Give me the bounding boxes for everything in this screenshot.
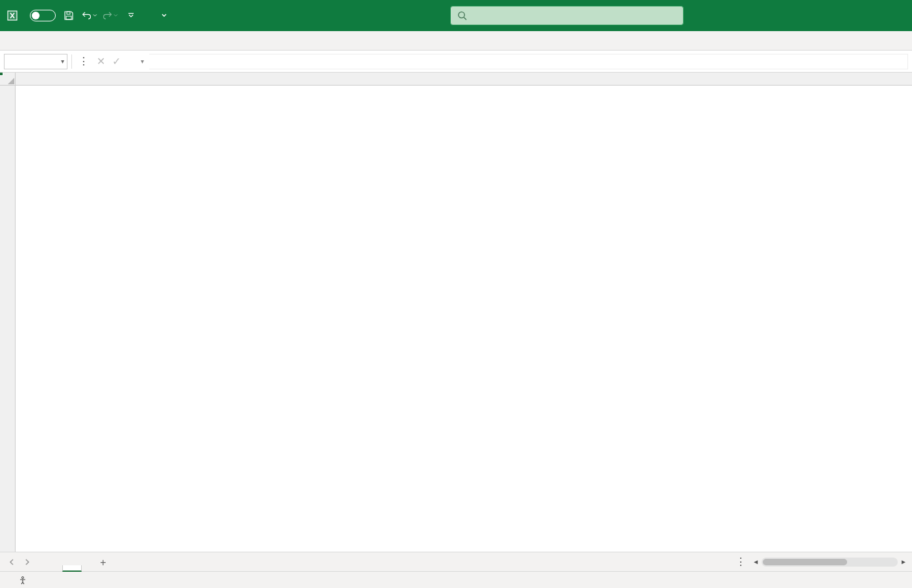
sheet-tab-bar: + ⋮ ◄ ► bbox=[0, 552, 912, 571]
horizontal-scrollbar[interactable]: ◄ ► bbox=[752, 558, 907, 567]
accessibility-status[interactable] bbox=[18, 576, 31, 585]
svg-rect-2 bbox=[67, 12, 70, 14]
formula-bar-options[interactable]: ⋮ bbox=[76, 55, 91, 67]
enter-formula-button: ✓ bbox=[110, 54, 123, 69]
svg-point-7 bbox=[22, 576, 24, 578]
title-bar bbox=[0, 0, 912, 31]
undo-button[interactable] bbox=[82, 8, 97, 23]
qat-customize-button[interactable] bbox=[123, 8, 139, 23]
redo-button[interactable] bbox=[102, 8, 118, 23]
excel-app-icon bbox=[6, 8, 21, 23]
name-box[interactable]: ▾ bbox=[4, 54, 67, 69]
search-input[interactable] bbox=[474, 10, 677, 21]
sheet-tab-inventory[interactable] bbox=[62, 565, 82, 572]
ribbon-tabs bbox=[0, 31, 912, 51]
accessibility-icon bbox=[18, 576, 27, 585]
svg-point-5 bbox=[459, 12, 464, 18]
scroll-thumb[interactable] bbox=[763, 559, 847, 565]
svg-line-6 bbox=[464, 18, 466, 20]
cells-area[interactable] bbox=[16, 86, 912, 552]
cancel-formula-button: ✕ bbox=[94, 54, 107, 69]
insert-function-button[interactable] bbox=[125, 54, 138, 69]
autosave-toggle[interactable] bbox=[26, 10, 56, 21]
status-bar bbox=[0, 571, 912, 588]
add-sheet-button[interactable]: + bbox=[95, 554, 112, 571]
chevron-down-icon[interactable]: ▾ bbox=[61, 58, 64, 65]
column-headers bbox=[16, 73, 912, 86]
scroll-left-button[interactable]: ◄ bbox=[752, 558, 759, 565]
scroll-right-button[interactable]: ► bbox=[900, 558, 907, 565]
select-all-corner[interactable] bbox=[0, 73, 16, 86]
sheet-nav-next[interactable] bbox=[21, 556, 34, 569]
sheet-options-button[interactable]: ⋮ bbox=[732, 556, 750, 568]
formula-input[interactable] bbox=[149, 54, 908, 69]
formula-bar: ▾ ⋮ ✕ ✓ ▾ bbox=[0, 51, 912, 73]
search-box[interactable] bbox=[450, 6, 684, 25]
chevron-down-icon[interactable]: ▾ bbox=[141, 58, 147, 65]
scroll-track[interactable] bbox=[762, 558, 898, 567]
filename-dropdown[interactable] bbox=[158, 12, 167, 19]
chevron-down-icon bbox=[161, 12, 167, 19]
row-headers bbox=[0, 86, 16, 552]
sheet-nav-prev[interactable] bbox=[5, 556, 18, 569]
search-icon bbox=[457, 10, 467, 21]
spreadsheet-grid[interactable] bbox=[0, 73, 912, 552]
save-button[interactable] bbox=[61, 8, 77, 23]
autosave-switch[interactable] bbox=[30, 10, 56, 21]
svg-rect-4 bbox=[128, 13, 134, 14]
svg-rect-3 bbox=[66, 16, 71, 19]
